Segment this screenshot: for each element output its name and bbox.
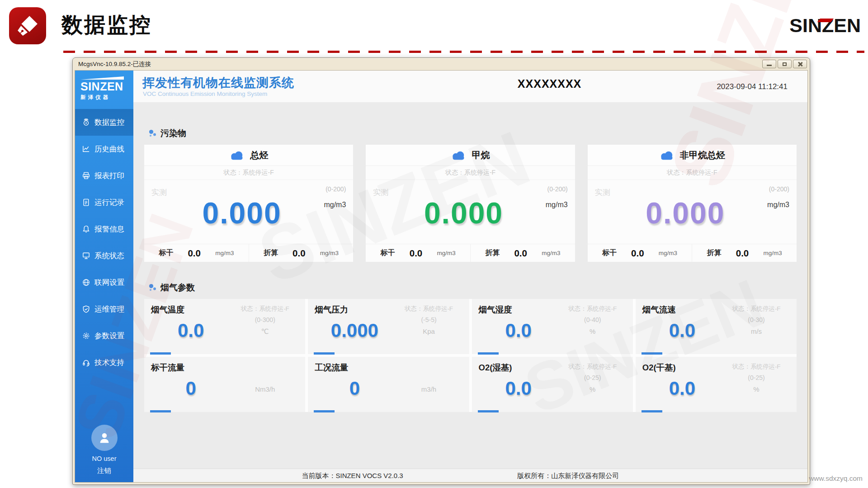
status-text: 状态：系统停运-F [366, 166, 575, 180]
flue-value: 0.0 [481, 311, 556, 351]
dry-basis-readout: 标干 0.0 mg/m3 [144, 244, 249, 262]
app-root: SINZEN 新泽仪器 数据监控 历史曲线 [75, 70, 808, 483]
cloud-icon [229, 150, 245, 160]
pollutant-name: 非甲烷总烃 [680, 149, 725, 161]
main-area: 污染物 总烃 状态：系统停运-F 实测 (0-200) [133, 102, 807, 469]
station-name: XXXXXXXX [518, 77, 581, 90]
sidebar-item-parameter-settings[interactable]: 参数设置 [75, 322, 133, 349]
brand-logo: SINZEN [789, 14, 861, 37]
pollutant-name: 总烃 [250, 149, 268, 161]
user-icon [98, 431, 111, 445]
flue-value: 0.0 [645, 311, 720, 351]
converted-readout: 折算 0.0 mg/m3 [470, 244, 575, 262]
sidebar-item-system-status[interactable]: 系统状态 [75, 242, 133, 269]
converted-readout: 折算 0.0 mg/m3 [692, 244, 797, 262]
pollutant-grid: 总烃 状态：系统停运-F 实测 (0-200) mg/m3 0.000 标干 [144, 145, 797, 262]
avatar[interactable] [91, 425, 118, 451]
range-label [228, 372, 302, 384]
unit-label: % [720, 384, 793, 395]
sidebar-item-label: 系统状态 [94, 251, 124, 261]
maximize-icon [783, 62, 787, 66]
system-subtitle: VOC Continuous Emission Monitoring Syste… [143, 90, 267, 97]
flue-card-dry-flow: 标干流量 Nm3/h 0 [144, 357, 305, 412]
sidebar-item-label: 运维管理 [94, 304, 124, 314]
measured-label: 实测 [595, 187, 610, 198]
flue-card-pressure: 烟气压力 状态：系统停运-F (-5-5) Kpa 0.000 [308, 299, 469, 354]
status-text: 状态：系统停运-F [392, 303, 466, 314]
sidebar-logo: SINZEN 新泽仪器 [75, 71, 133, 104]
app-footer: 当前版本：SINZEN VOCS V2.0.3 版权所有：山东新泽仪器有限公司 [133, 469, 807, 482]
version-text: 当前版本：SINZEN VOCS V2.0.3 [302, 471, 403, 480]
status-text: 状态：系统停运-F [556, 303, 629, 314]
range-label: (0-200) [769, 185, 789, 193]
system-status-icon [82, 251, 90, 260]
measured-value: 0.000 [646, 198, 725, 228]
status-text: 状态：系统停运-F [588, 166, 797, 180]
slide-pen-icon [9, 7, 46, 44]
report-print-icon [82, 171, 90, 180]
vnc-window: McgsVnc-10.9.85.2-已连接 SINZEN 新泽仪器 数据监控 [72, 57, 810, 485]
tech-support-icon [82, 358, 90, 367]
sidebar-item-history-curve[interactable]: 历史曲线 [75, 136, 133, 162]
flue-card-actual-flow: 工况流量 m3/h 0 [308, 357, 469, 412]
range-label [392, 372, 466, 384]
logout-button[interactable]: 注销 [75, 466, 133, 476]
pollutants-section-title: 污染物 [160, 128, 186, 139]
sidebar-menu: 数据监控 历史曲线 报表打印 [75, 109, 133, 376]
window-titlebar[interactable]: McgsVnc-10.9.85.2-已连接 [73, 58, 810, 70]
content-column: 挥发性有机物在线监测系统 VOC Continuous Emission Mon… [133, 71, 807, 482]
sidebar-item-label: 联网设置 [94, 278, 124, 288]
sidebar-item-alarm-info[interactable]: 报警信息 [75, 216, 133, 242]
unit-label: m3/h [392, 384, 466, 395]
maximize-button[interactable] [778, 60, 792, 68]
sidebar-item-data-monitor[interactable]: 数据监控 [75, 109, 133, 136]
close-button[interactable] [793, 60, 807, 68]
flue-card-o2-wet: O2(湿基) 状态：系统停运-F (0-25) % 0.0 [472, 357, 633, 412]
pen-nib-icon [16, 14, 39, 37]
sidebar-item-ops-management[interactable]: 运维管理 [75, 296, 133, 322]
measured-label: 实测 [151, 187, 167, 198]
sidebar-item-report-print[interactable]: 报表打印 [75, 162, 133, 189]
cloud-icon [659, 150, 675, 160]
sidebar-item-run-record[interactable]: 运行记录 [75, 189, 133, 216]
sidebar-item-label: 参数设置 [94, 331, 124, 341]
sidebar-item-label: 历史曲线 [94, 144, 124, 154]
status-text [228, 361, 302, 372]
system-title: 挥发性有机物在线监测系统 [142, 75, 294, 91]
website-url: www.sdxzyq.com [809, 474, 863, 483]
close-icon [797, 62, 802, 66]
sidebar-item-tech-support[interactable]: 技术支持 [75, 349, 133, 376]
status-text: 状态：系统停运-F [720, 361, 793, 372]
status-text: 状态：系统停运-F [556, 361, 629, 372]
dots-icon [148, 283, 157, 292]
status-text: 状态：系统停运-F [228, 303, 302, 314]
alarm-info-icon [82, 225, 90, 233]
pollutant-card-methane: 甲烷 状态：系统停运-F 实测 (0-200) mg/m3 0.000 标干 [366, 145, 575, 262]
sidebar-item-network-settings[interactable]: 联网设置 [75, 269, 133, 296]
sidebar-user-block: NO user 注销 [75, 425, 133, 482]
datetime: 2023-09-04 11:12:41 [717, 82, 788, 91]
sidebar-item-label: 运行记录 [94, 198, 124, 208]
unit-label: ℃ [228, 326, 302, 337]
flue-value: 0.0 [153, 311, 228, 351]
flue-section-title: 烟气参数 [160, 282, 195, 294]
range-label: (-5-5) [392, 314, 466, 326]
sidebar-item-label: 技术支持 [94, 358, 124, 368]
status-text: 状态：系统停运-F [720, 303, 793, 314]
sidebar-logo-subtext: 新泽仪器 [80, 94, 129, 101]
sidebar-item-label: 报警信息 [94, 224, 124, 234]
range-label: (0-25) [720, 372, 793, 384]
minimize-button[interactable] [762, 60, 776, 68]
measured-value: 0.000 [203, 198, 282, 228]
flue-value: 0 [153, 369, 228, 408]
flue-card-temperature: 烟气温度 状态：系统停运-F (0-300) ℃ 0.0 [144, 299, 305, 354]
measured-value: 0.000 [424, 198, 503, 228]
flue-section-header: 烟气参数 [148, 282, 797, 294]
unit-label: mg/m3 [324, 201, 346, 209]
dots-icon [148, 129, 157, 138]
ops-management-icon [82, 305, 90, 313]
minimize-icon [767, 65, 772, 66]
run-record-icon [82, 198, 90, 207]
sidebar-logo-text: SINZEN [80, 81, 129, 92]
status-text [392, 361, 466, 372]
